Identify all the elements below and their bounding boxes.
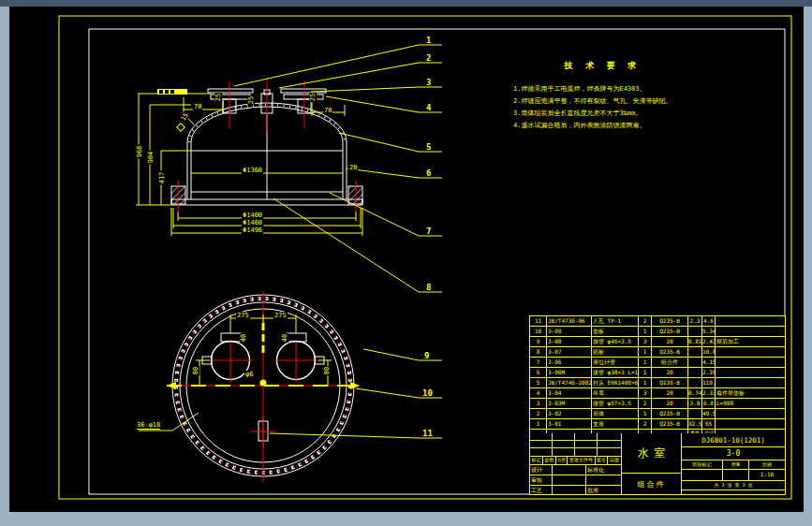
- note-line-2: 2.焊缝应饱满平整，不得有裂纹、气孔、夹渣等缺陷。: [513, 95, 691, 108]
- cell-remark: [716, 347, 783, 357]
- cell-material: Q235-B: [652, 347, 688, 357]
- cell-total-weight: 4.6: [702, 316, 716, 326]
- cell-item-no: 6: [530, 368, 547, 377]
- cell-remark: 焊后加工: [716, 337, 783, 346]
- balloon-4: 4: [426, 103, 431, 112]
- dim-40-right: 40: [281, 333, 288, 343]
- parts-row: 9 3-08 接管 φ45×3.5 3 20 0.81 2.43 焊后加工: [530, 337, 785, 347]
- cell-unit-weight: 2.3: [688, 316, 702, 326]
- cell-material: 20: [652, 368, 688, 377]
- cell-item-no: 8: [530, 347, 547, 357]
- cell-qty: 1: [639, 347, 652, 357]
- dim-80-right: 80: [323, 366, 331, 375]
- dim-height-417: 417: [158, 171, 166, 185]
- cell-qty: 2: [639, 316, 652, 326]
- parts-row: 4 3-04 吊耳 3 20 0.74 2.33 每件带垫板: [530, 388, 785, 399]
- balloon-6: 6: [426, 168, 431, 178]
- dim-phi6: φ6: [244, 371, 254, 378]
- cell-unit-weight: 32.5: [688, 419, 702, 429]
- cell-name: 筋板: [592, 347, 639, 357]
- cell-remark: [716, 409, 783, 418]
- cell-total-weight: 110.3: [702, 378, 716, 387]
- cell-code: 3-03M: [547, 399, 592, 408]
- balloon-7: 7: [426, 226, 431, 236]
- parts-row: 2 3-02 筒体 1 Q235-B 49.5: [530, 409, 785, 419]
- cell-item-no: 2: [530, 409, 547, 418]
- note-line-4: 4.盛水试漏合格后，内外表面涂防锈漆两遍。: [513, 120, 691, 132]
- technical-notes: 技 术 要 求 1.焊接采用手工电弧焊，焊条牌号为E4303。 2.焊缝应饱满平…: [513, 60, 691, 132]
- dim-275-right: 275: [273, 312, 288, 319]
- cell-qty: 1: [639, 358, 652, 367]
- cell-material: 20: [652, 399, 688, 408]
- dim-phi1400: Φ1400: [242, 212, 263, 219]
- title-block: 标记 处数 分区 更改文件号 签名 日期 设计 标准化 审核 工艺 批准: [529, 433, 786, 495]
- dim-height-904: 904: [147, 151, 155, 165]
- cell-remark: [716, 358, 783, 367]
- drawing-number: DJ6801-10(1201): [682, 433, 785, 447]
- cell-item-no: 4: [530, 388, 547, 398]
- sub-number: 3-0: [682, 447, 785, 460]
- cell-qty: 2: [639, 419, 652, 429]
- cell-item-no: 7: [530, 358, 547, 367]
- cell-unit-weight: [688, 347, 702, 357]
- parts-table: 11 JB/T4736-96 人孔 TP-1 2 Q235-B 2.3 4.6 …: [529, 315, 786, 446]
- cad-viewport[interactable]: 1 2 3 4 5 6 7 8 9 10 11 968 904 417 70 2…: [0, 0, 812, 526]
- parts-row: 10 3-09 垫板 1 Q235-B 5.34: [530, 327, 785, 337]
- cell-qty: 1: [639, 327, 652, 336]
- parts-row: 5 JB/T4746-2002 封头 EHA1400×6 1 Q235-B 11…: [530, 378, 785, 388]
- parts-row: 7 3-06 液位计管 1 组合件 4.15: [530, 358, 785, 368]
- cell-material: Q235-B: [652, 316, 688, 326]
- dim-phi1360: Φ1360: [242, 167, 263, 174]
- cell-code: JB/T4736-96: [547, 316, 592, 326]
- cell-remark: [716, 378, 783, 387]
- cell-name: 支座: [592, 419, 639, 429]
- cell-name: 接管 φ45×3.5: [592, 337, 639, 346]
- dim-70-left: 70: [193, 103, 202, 110]
- label-stage: 阶段标记: [682, 460, 723, 469]
- cell-total-weight: 65: [702, 419, 716, 429]
- cell-code: 3-02: [547, 409, 592, 418]
- cell-remark: [716, 316, 783, 326]
- cell-item-no: 9: [530, 337, 547, 346]
- label-date: 日期: [608, 457, 621, 464]
- cell-item-no: 1: [530, 419, 547, 429]
- parts-rows: 11 JB/T4736-96 人孔 TP-1 2 Q235-B 2.3 4.6 …: [530, 316, 785, 429]
- cell-total-weight: 4.15: [702, 358, 716, 367]
- cell-code: 3-06M: [547, 368, 592, 377]
- cell-unit-weight: 3.0: [688, 399, 702, 408]
- label-scale: 比例: [749, 460, 785, 469]
- revision-area: 标记 处数 分区 更改文件号 签名 日期 设计 标准化 审核 工艺 批准: [530, 433, 622, 494]
- cell-remark: [716, 419, 783, 429]
- label-count: 处数: [543, 457, 556, 464]
- label-mass: 质量: [723, 460, 749, 469]
- cell-item-no: 11: [530, 316, 547, 326]
- cell-material: Q235-B: [652, 378, 688, 387]
- highlight-label: [157, 89, 187, 95]
- revision-grid: [530, 433, 621, 457]
- cell-qty: 1: [639, 368, 652, 377]
- cell-material: 组合件: [652, 358, 688, 367]
- cell-unit-weight: [688, 327, 702, 336]
- cell-code: 3-07: [547, 347, 592, 357]
- dim-phi1460: Φ1460: [242, 219, 263, 226]
- cell-code: 3-06: [547, 358, 592, 367]
- label-standardize: 标准化: [586, 465, 621, 475]
- cell-qty: 1: [639, 378, 652, 387]
- cell-name: 垫板: [592, 327, 639, 336]
- parts-row: 8 3-07 筋板 1 Q235-B 10.8: [530, 347, 785, 358]
- cell-total-weight: 2.33: [702, 388, 716, 398]
- cell-material: Q235-B: [652, 409, 688, 418]
- dim-wall-20: 20: [348, 164, 358, 171]
- cell-unit-weight: [688, 358, 702, 367]
- dim-25-center: 25: [247, 95, 255, 105]
- cell-total-weight: 2.35: [702, 368, 716, 377]
- cell-qty: 3: [639, 337, 652, 346]
- cell-total-weight: 6.0: [702, 399, 716, 408]
- cell-item-no: 5: [530, 378, 547, 387]
- cell-name: 封头 EHA1400×6: [592, 378, 639, 387]
- label-sign: 签名: [596, 457, 608, 464]
- label-design: 设计: [530, 465, 553, 475]
- cell-material: 20: [652, 337, 688, 346]
- cell-name: 筒体: [592, 409, 639, 418]
- balloon-9: 9: [424, 351, 429, 360]
